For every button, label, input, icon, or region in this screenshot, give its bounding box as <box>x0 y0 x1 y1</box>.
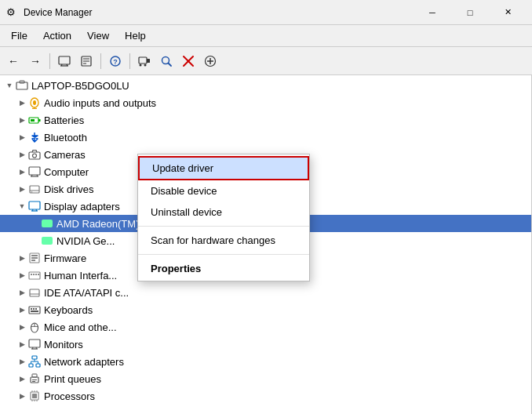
tree-item-bluetooth[interactable]: ▶ Bluetooth <box>0 129 531 146</box>
update-driver-icon <box>138 55 151 67</box>
properties-label: Properties <box>151 263 201 274</box>
svg-rect-48 <box>31 260 35 261</box>
expand-amd <box>28 217 41 230</box>
menu-file[interactable]: File <box>3 27 35 45</box>
svg-rect-28 <box>38 119 41 122</box>
icon-cameras <box>28 148 41 161</box>
svg-rect-60 <box>31 310 38 312</box>
update-driver-toolbar-button[interactable] <box>134 51 155 71</box>
expand-monitors[interactable]: ▶ <box>16 338 28 350</box>
tree-item-ide[interactable]: ▶ IDE ATA/ATAPI c... <box>0 284 531 301</box>
expand-mice[interactable]: ▶ <box>16 321 28 333</box>
svg-rect-80 <box>32 394 37 398</box>
tree-item-batteries[interactable]: ▶ Batteries <box>0 111 531 129</box>
svg-rect-29 <box>31 119 35 122</box>
menu-view[interactable]: View <box>79 27 117 45</box>
tree-item-print[interactable]: ▶ Print queues <box>0 370 531 387</box>
toolbar: ← → ? <box>0 47 532 75</box>
context-menu-properties[interactable]: Properties <box>138 258 309 279</box>
tree-item-keyboards[interactable]: ▶ Keyboards <box>0 301 531 318</box>
icon-mice <box>28 321 41 333</box>
toolbar-sep-1 <box>49 53 50 69</box>
computer-button[interactable] <box>54 51 75 71</box>
svg-rect-69 <box>29 364 33 367</box>
svg-rect-57 <box>31 308 32 310</box>
context-menu-disable-device[interactable]: Disable device <box>138 180 309 202</box>
icon-monitors <box>28 338 41 350</box>
context-menu-uninstall-device[interactable]: Uninstall device <box>138 202 309 223</box>
svg-rect-44 <box>42 237 53 245</box>
svg-rect-10 <box>139 57 147 64</box>
expand-disk[interactable]: ▶ <box>16 183 28 195</box>
expand-batteries[interactable]: ▶ <box>16 114 28 126</box>
expand-network[interactable]: ▶ <box>16 355 28 368</box>
context-menu-update-driver[interactable]: Update driver <box>138 156 309 180</box>
svg-rect-39 <box>29 202 40 209</box>
svg-rect-51 <box>33 274 35 275</box>
tree-label-human: Human Interfa... <box>44 270 117 281</box>
scan-icon <box>160 55 173 67</box>
icon-bluetooth <box>28 131 41 143</box>
icon-root <box>16 79 28 92</box>
svg-rect-30 <box>29 152 40 159</box>
delete-button[interactable] <box>178 51 199 71</box>
scan-button[interactable] <box>156 51 177 71</box>
icon-keyboards <box>28 303 41 316</box>
scan-label: Scan for hardware changes <box>151 234 275 246</box>
svg-rect-64 <box>29 340 40 347</box>
expand-audio[interactable]: ▶ <box>16 96 28 109</box>
maximize-button[interactable]: □ <box>452 0 488 25</box>
svg-text:?: ? <box>113 58 118 66</box>
svg-line-15 <box>169 63 172 66</box>
back-button[interactable]: ← <box>3 51 24 71</box>
computer-icon <box>58 55 71 67</box>
icon-computer <box>28 165 41 178</box>
tree-label-disk: Disk drives <box>44 183 94 195</box>
expand-computer[interactable]: ▶ <box>16 165 28 178</box>
svg-point-31 <box>33 154 37 158</box>
tree-item-monitors[interactable]: ▶ Monitors <box>0 336 531 353</box>
icon-audio <box>28 96 41 109</box>
help-button[interactable]: ? <box>105 51 126 71</box>
forward-button[interactable]: → <box>25 51 46 71</box>
expand-bluetooth[interactable]: ▶ <box>16 131 28 143</box>
close-button[interactable]: ✕ <box>490 0 526 25</box>
tree-label-computer: Computer <box>44 166 89 178</box>
menu-help[interactable]: Help <box>117 27 154 45</box>
tree-item-root[interactable]: ▼ LAPTOP-B5DGO0LU <box>0 77 531 94</box>
tree-item-processors[interactable]: ▶ Processors <box>0 387 531 405</box>
window-controls: ─ □ ✕ <box>414 0 526 25</box>
toolbar-sep-3 <box>129 53 130 69</box>
app-icon: ⚙ <box>6 6 19 19</box>
expand-keyboards[interactable]: ▶ <box>16 303 28 316</box>
expand-human[interactable]: ▶ <box>16 269 28 281</box>
tree-item-audio[interactable]: ▶ Audio inputs and outputs <box>0 94 531 111</box>
icon-nvidia <box>41 234 53 247</box>
icon-firmware <box>28 252 41 264</box>
minimize-button[interactable]: ─ <box>414 0 450 25</box>
menu-action[interactable]: Action <box>35 27 79 45</box>
expand-processors[interactable]: ▶ <box>16 390 28 402</box>
svg-point-12 <box>140 64 142 66</box>
tree-label-monitors: Monitors <box>44 339 83 350</box>
disable-device-label: Disable device <box>151 185 217 197</box>
context-menu-scan[interactable]: Scan for hardware changes <box>138 230 309 251</box>
tree-label-mice: Mice and othe... <box>44 321 117 333</box>
expand-firmware[interactable]: ▶ <box>16 252 28 264</box>
tree-label-display: Display adapters <box>44 201 120 212</box>
expand-cameras[interactable]: ▶ <box>16 148 28 161</box>
main-content: ▼ LAPTOP-B5DGO0LU ▶ Audio inputs and out… <box>0 75 532 414</box>
tree-label-keyboards: Keyboards <box>44 304 93 316</box>
svg-rect-58 <box>33 308 35 310</box>
add-button[interactable] <box>200 51 220 71</box>
tree-label-ide: IDE ATA/ATAPI c... <box>44 287 129 299</box>
properties-button[interactable] <box>76 51 97 71</box>
tree-item-mice[interactable]: ▶ Mice and othe... <box>0 318 531 336</box>
svg-rect-50 <box>31 274 32 275</box>
expand-print[interactable]: ▶ <box>16 372 28 385</box>
tree-item-network[interactable]: ▶ Network adapters <box>0 353 531 370</box>
expand-ide[interactable]: ▶ <box>16 286 28 299</box>
expand-root[interactable]: ▼ <box>3 79 16 92</box>
expand-display[interactable]: ▼ <box>16 200 28 212</box>
icon-network <box>28 355 41 368</box>
